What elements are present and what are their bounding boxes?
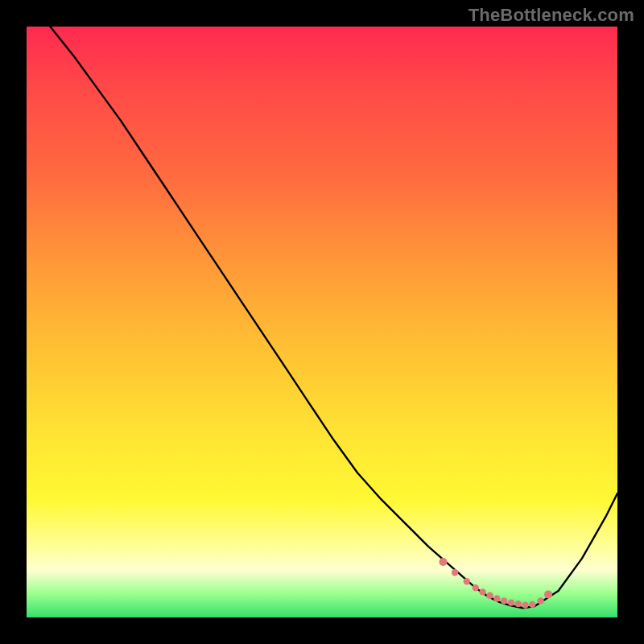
marker-dot <box>501 597 507 604</box>
marker-dot <box>493 595 500 601</box>
marker-dot <box>486 592 493 599</box>
bottleneck-curve-line <box>50 27 617 608</box>
marker-dot <box>452 569 458 576</box>
marker-dot <box>522 601 528 608</box>
marker-dot <box>537 597 543 604</box>
marker-dot <box>529 601 535 608</box>
optimal-region-markers <box>440 558 553 609</box>
marker-dot <box>479 588 485 595</box>
marker-dot <box>515 601 522 607</box>
marker-dot <box>464 578 470 584</box>
marker-dot <box>544 590 552 598</box>
bottleneck-chart <box>27 27 617 617</box>
marker-dot <box>440 558 448 566</box>
watermark-text: TheBottleneck.com <box>469 5 634 26</box>
marker-dot <box>473 584 479 591</box>
marker-dot <box>508 599 514 605</box>
